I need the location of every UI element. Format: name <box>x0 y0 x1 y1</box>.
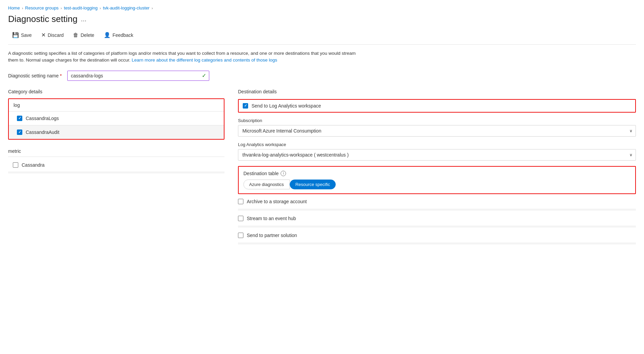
partner-label: Send to partner solution <box>247 233 297 238</box>
main-content: Category details log CassandraLogs Cassa… <box>8 89 636 245</box>
subscription-section: Subscription Microsoft Azure Internal Co… <box>238 118 636 137</box>
save-button[interactable]: 💾 Save <box>8 30 36 40</box>
breadcrumb-resource-groups[interactable]: Resource groups <box>25 5 58 10</box>
workspace-dropdown-wrapper: thvankra-log-analytics-workspace ( westc… <box>238 149 636 161</box>
cassandra-audit-label: CassandraAudit <box>26 129 59 135</box>
log-group-header: log <box>9 99 224 112</box>
save-label: Save <box>21 32 32 38</box>
discard-label: Discard <box>48 32 64 38</box>
metric-section: metric Cassandra <box>8 145 224 173</box>
storage-checkbox[interactable] <box>238 199 243 204</box>
feedback-label: Feedback <box>113 32 133 38</box>
page-title-dots: ... <box>81 15 87 23</box>
cassandra-metric-label: Cassandra <box>22 162 45 168</box>
breadcrumb-sep-4: › <box>151 6 153 10</box>
destination-details-panel: Destination details Send to Log Analytic… <box>238 89 636 245</box>
category-details-label: Category details <box>8 89 224 94</box>
destination-table-info-icon[interactable]: i <box>281 171 286 176</box>
cassandra-logs-label: CassandraLogs <box>26 116 59 121</box>
category-details-panel: Category details log CassandraLogs Cassa… <box>8 89 224 174</box>
cassandra-audit-checkbox[interactable] <box>17 129 22 135</box>
page-title-container: Diagnostic setting ... <box>8 14 636 24</box>
breadcrumb-cluster[interactable]: tvk-audit-logging-cluster <box>103 5 149 10</box>
setting-name-row: Diagnostic setting name * ✓ <box>8 71 636 81</box>
save-icon: 💾 <box>12 32 19 38</box>
cassandra-logs-checkbox[interactable] <box>17 116 22 121</box>
breadcrumb: Home › Resource groups › test-audit-logg… <box>8 5 636 10</box>
breadcrumb-sep-3: › <box>100 6 101 10</box>
breadcrumb-sep-2: › <box>61 6 62 10</box>
subscription-dropdown[interactable]: Microsoft Azure Internal Consumption <box>238 125 636 137</box>
subscription-dropdown-wrapper: Microsoft Azure Internal Consumption ∨ <box>238 125 636 137</box>
event-hub-option: Stream to an event hub <box>238 211 636 226</box>
workspace-label: Log Analytics workspace <box>238 142 636 147</box>
breadcrumb-test-audit-logging[interactable]: test-audit-logging <box>64 5 98 10</box>
cassandra-audit-item: CassandraAudit <box>9 125 224 139</box>
destination-table-box: Destination table i Azure diagnostics Re… <box>238 166 636 194</box>
storage-label: Archive to a storage account <box>247 199 307 204</box>
delete-button[interactable]: 🗑 Delete <box>69 30 98 40</box>
log-analytics-label: Send to Log Analytics workspace <box>252 103 321 109</box>
description: A diagnostic setting specifies a list of… <box>8 50 363 64</box>
setting-name-input[interactable] <box>67 71 209 81</box>
event-hub-checkbox[interactable] <box>238 216 243 221</box>
log-category-box: log CassandraLogs CassandraAudit <box>8 98 224 140</box>
delete-icon: 🗑 <box>73 32 78 38</box>
cassandra-logs-item: CassandraLogs <box>9 112 224 125</box>
feedback-button[interactable]: 👤 Feedback <box>100 30 137 40</box>
event-hub-label: Stream to an event hub <box>247 216 296 221</box>
destination-details-label: Destination details <box>238 89 636 94</box>
delete-label: Delete <box>80 32 94 38</box>
resource-specific-button[interactable]: Resource specific <box>290 180 336 189</box>
page-title: Diagnostic setting <box>8 14 77 24</box>
workspace-section: Log Analytics workspace thvankra-log-ana… <box>238 142 636 161</box>
discard-icon: ✕ <box>41 32 46 38</box>
workspace-dropdown[interactable]: thvankra-log-analytics-workspace ( westc… <box>238 149 636 161</box>
feedback-icon: 👤 <box>104 32 111 38</box>
log-analytics-option: Send to Log Analytics workspace <box>238 99 636 113</box>
table-options: Azure diagnostics Resource specific <box>243 180 630 189</box>
setting-name-label: Diagnostic setting name * <box>8 73 62 78</box>
log-analytics-checkbox[interactable] <box>243 103 248 109</box>
cassandra-metric-item: Cassandra <box>8 158 224 172</box>
input-checkmark-icon: ✓ <box>202 72 206 79</box>
metric-group-header: metric <box>8 145 224 157</box>
required-star: * <box>60 73 62 78</box>
azure-diagnostics-button[interactable]: Azure diagnostics <box>243 180 290 189</box>
partner-checkbox[interactable] <box>238 233 243 238</box>
breadcrumb-sep-1: › <box>22 6 23 10</box>
destination-table-label: Destination table i <box>243 171 630 176</box>
discard-button[interactable]: ✕ Discard <box>37 30 68 40</box>
subscription-label: Subscription <box>238 118 636 123</box>
learn-more-link[interactable]: Learn more about the different log categ… <box>132 57 277 63</box>
breadcrumb-home[interactable]: Home <box>8 5 20 10</box>
storage-option: Archive to a storage account <box>238 194 636 209</box>
toolbar: 💾 Save ✕ Discard 🗑 Delete 👤 Feedback <box>8 30 636 45</box>
cassandra-metric-checkbox[interactable] <box>13 162 18 168</box>
partner-option: Send to partner solution <box>238 228 636 243</box>
